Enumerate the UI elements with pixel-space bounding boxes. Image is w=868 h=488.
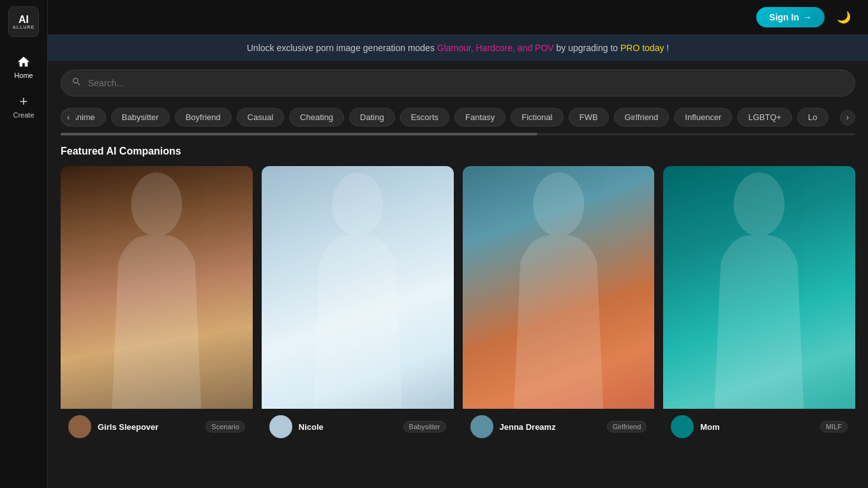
sidebar: AI ALLURE Home + Create (0, 0, 48, 488)
category-chip-escorts[interactable]: Escorts (400, 108, 449, 126)
companion-avatar-1 (269, 415, 292, 438)
category-chip-boyfriend[interactable]: Boyfriend (175, 108, 232, 126)
category-chip-babysitter[interactable]: Babysitter (111, 108, 170, 126)
companion-avatar-2 (470, 415, 493, 438)
logo-allure-text: ALLURE (13, 25, 34, 29)
categories-scroll: AnimeBabysitterBoyfriendCasualCheatingDa… (61, 103, 855, 132)
companion-name-3: Mom (700, 422, 814, 432)
svg-point-2 (533, 172, 584, 236)
category-chip-lo[interactable]: Lo (797, 108, 828, 126)
companion-tag-0: Scenario (206, 421, 244, 432)
sidebar-item-home[interactable]: Home (0, 50, 47, 84)
dark-mode-button[interactable]: 🌙 (832, 6, 855, 29)
categories-container: ‹ AnimeBabysitterBoyfriendCasualCheating… (48, 103, 868, 132)
companion-tag-2: Girlfriend (607, 421, 647, 432)
search-container (48, 61, 868, 103)
banner-text-2: by upgrading to (557, 43, 620, 53)
companion-tag-1: Babysitter (403, 421, 446, 432)
categories-scrollbar[interactable] (61, 133, 855, 135)
category-chip-dating[interactable]: Dating (349, 108, 395, 126)
scroll-left-button[interactable]: ‹ (61, 110, 76, 125)
category-chip-fictional[interactable]: Fictional (511, 108, 563, 126)
companion-avatar-3 (671, 415, 694, 438)
logo-ai-text: AI (19, 15, 29, 25)
svg-point-0 (131, 172, 182, 236)
banner-highlight-1: Glamour, Hardcore, and POV (437, 43, 554, 53)
sign-in-button[interactable]: Sign In → (756, 7, 825, 27)
sidebar-item-create[interactable]: + Create (0, 89, 47, 124)
banner-text-1: Unlock exclusive porn image generation m… (247, 43, 437, 53)
main-content: Sign In → 🌙 Unlock exclusive porn image … (48, 0, 868, 488)
moon-icon: 🌙 (837, 10, 851, 24)
companion-card-3[interactable]: MomMILF (663, 166, 855, 445)
category-chip-casual[interactable]: Casual (237, 108, 284, 126)
search-icon (71, 77, 82, 89)
scrollbar-thumb (61, 133, 537, 135)
category-chip-cheating[interactable]: Cheating (289, 108, 344, 126)
companion-name-0: Girls Sleepover (98, 422, 199, 432)
companions-grid: Girls SleepoverScenario NicoleBabysitter… (61, 166, 855, 445)
companion-card-2[interactable]: Jenna DreamzGirlfriend (463, 166, 655, 445)
featured-section: Featured AI Companions Girls SleepoverSc… (48, 137, 868, 488)
featured-title: Featured AI Companions (61, 146, 855, 157)
category-chip-fantasy[interactable]: Fantasy (454, 108, 505, 126)
promo-banner[interactable]: Unlock exclusive porn image generation m… (48, 35, 868, 61)
sign-in-label: Sign In (769, 12, 799, 22)
companion-card-1[interactable]: NicoleBabysitter (262, 166, 454, 445)
plus-icon: + (17, 95, 31, 109)
sign-in-arrow-icon: → (803, 12, 812, 22)
category-chip-fwb[interactable]: FWB (569, 108, 609, 126)
companion-name-2: Jenna Dreamz (500, 422, 601, 432)
banner-text-3: ! (666, 43, 669, 53)
companion-name-1: Nicole (299, 422, 397, 432)
home-icon (17, 55, 31, 69)
home-label: Home (14, 72, 33, 79)
companion-card-0[interactable]: Girls SleepoverScenario (61, 166, 253, 445)
svg-point-3 (734, 172, 785, 236)
create-label: Create (13, 111, 34, 119)
topbar: Sign In → 🌙 (48, 0, 868, 35)
banner-highlight-2: PRO today (620, 43, 664, 53)
category-chip-lgbtq+[interactable]: LGBTQ+ (737, 108, 792, 126)
search-box (61, 70, 855, 96)
search-input[interactable] (88, 78, 844, 88)
category-chip-girlfriend[interactable]: Girlfriend (614, 108, 670, 126)
logo[interactable]: AI ALLURE (8, 6, 39, 37)
companion-avatar-0 (68, 415, 91, 438)
svg-point-1 (332, 172, 383, 236)
category-chip-influencer[interactable]: Influencer (674, 108, 732, 126)
scroll-right-button[interactable]: › (840, 110, 855, 125)
companion-tag-3: MILF (820, 421, 848, 432)
